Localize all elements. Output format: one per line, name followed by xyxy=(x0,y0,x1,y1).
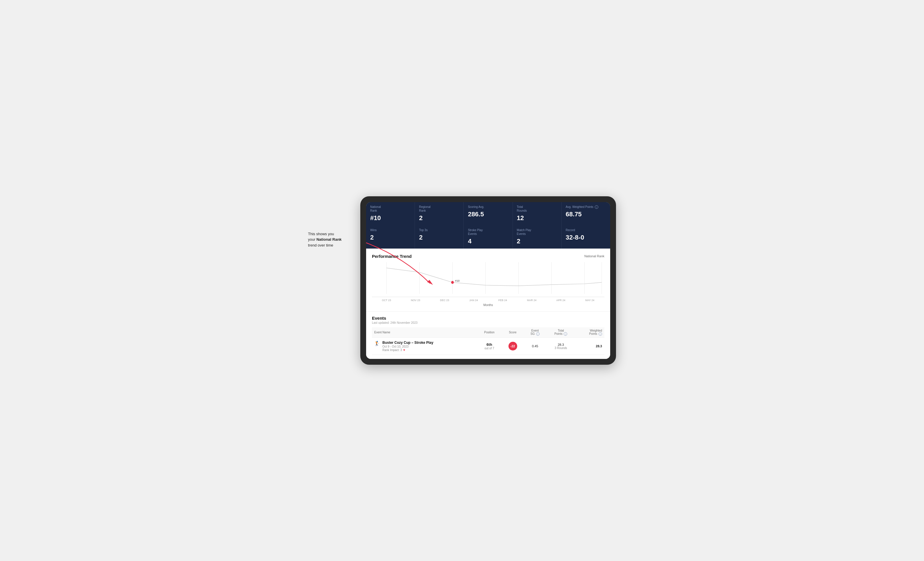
event-score-cell: -22 xyxy=(502,338,524,355)
month-nov23: NOV 23 xyxy=(401,299,430,302)
outer-wrapper: This shows you your National Rank trend … xyxy=(308,196,616,365)
col-score: Score xyxy=(502,327,524,338)
trend-title: Performance Trend xyxy=(372,254,412,259)
golf-icon: 🏌️ xyxy=(374,341,380,346)
month-feb24: FEB 24 xyxy=(488,299,517,302)
events-title: Events xyxy=(372,316,604,320)
col-event-name: Event Name xyxy=(372,327,477,338)
event-sg-value: 0.45 xyxy=(532,344,538,348)
month-may24: MAY 24 xyxy=(575,299,604,302)
chart-months: OCT 23 NOV 23 DEC 23 JAN 24 FEB 24 MAR 2… xyxy=(372,297,604,302)
stats-row-1: NationalRank #10 RegionalRank 2 Scoring … xyxy=(366,202,610,225)
table-row: 🏌️ Buster Cozy Cup – Stroke Play Oct 9 -… xyxy=(372,338,604,355)
annotation-line3: trend over time xyxy=(308,243,333,247)
total-rounds: 3 Rounds xyxy=(549,346,573,350)
month-apr24: APR 24 xyxy=(546,299,575,302)
event-sg-cell: 0.45 xyxy=(524,338,546,355)
stat-total-rounds: TotalRounds 12 xyxy=(513,202,561,225)
svg-text:#10: #10 xyxy=(455,279,459,282)
stat-scoring-avg: Scoring Avg. 286.5 xyxy=(464,202,512,225)
month-oct23: OCT 23 xyxy=(372,299,401,302)
weighted-points-cell: 28.3 xyxy=(575,338,604,355)
event-position-cell: 6th out of 7 xyxy=(477,338,502,355)
score-badge: -22 xyxy=(508,342,517,350)
stat-regional-rank: RegionalRank 2 xyxy=(415,202,464,225)
month-mar24: MAR 24 xyxy=(517,299,546,302)
col-weighted-points: WeightedPoints i xyxy=(575,327,604,338)
event-date: Oct 9 - Oct 10, 2023 xyxy=(382,345,433,348)
weighted-points-value: 28.3 xyxy=(596,344,602,348)
stat-match-play: Match PlayEvents 2 xyxy=(513,225,561,248)
position-value: 6th xyxy=(479,343,500,347)
month-jan24: JAN 24 xyxy=(459,299,488,302)
col-position: Position xyxy=(477,327,502,338)
stats-row-2: Wins 2 Top 3s 2 Stroke PlayEvents 4 Matc… xyxy=(366,225,610,248)
event-name-main: Buster Cozy Cup – Stroke Play xyxy=(382,341,433,345)
stat-wins: Wins 2 xyxy=(366,225,415,248)
info-icon-total-pts: i xyxy=(564,332,567,336)
stat-top3s: Top 3s 2 xyxy=(415,225,464,248)
tablet-screen: NationalRank #10 RegionalRank 2 Scoring … xyxy=(366,202,610,359)
annotation-line1: This shows you xyxy=(308,232,334,236)
trend-header: Performance Trend National Rank xyxy=(372,254,604,259)
svg-point-9 xyxy=(451,281,454,284)
col-total-points: TotalPoints i xyxy=(546,327,575,338)
stat-stroke-play: Stroke PlayEvents 4 xyxy=(464,225,512,248)
info-icon-weighted: i xyxy=(595,205,598,209)
performance-trend-section: Performance Trend National Rank xyxy=(366,248,610,311)
annotation-line2-plain: your xyxy=(308,237,316,242)
info-icon-wt-pts: i xyxy=(598,332,602,336)
trend-right-label: National Rank xyxy=(584,254,604,258)
info-icon-sg: i xyxy=(536,332,540,336)
stat-avg-weighted: Avg. Weighted Points i 68.75 xyxy=(562,202,610,225)
month-dec23: DEC 23 xyxy=(430,299,459,302)
rank-impact: Rank Impact: 3 ▼ xyxy=(382,349,433,352)
stat-national-rank: NationalRank #10 xyxy=(366,202,415,225)
events-table: Event Name Position Score EventSG i Tota… xyxy=(372,327,604,355)
chart-area: #10 xyxy=(372,262,604,297)
events-last-updated: Last updated: 24th November 2023 xyxy=(372,321,604,325)
chart-svg: #10 xyxy=(372,262,604,297)
total-points-value: 28.3 xyxy=(549,343,573,346)
events-section: Events Last updated: 24th November 2023 … xyxy=(366,311,610,359)
position-sub: out of 7 xyxy=(479,347,500,350)
stat-record: Record 32-8-0 xyxy=(562,225,610,248)
event-name-cell: 🏌️ Buster Cozy Cup – Stroke Play Oct 9 -… xyxy=(372,338,477,355)
annotation-line2-bold: National Rank xyxy=(316,237,342,242)
chart-x-title: Months xyxy=(372,304,604,307)
total-points-cell: 28.3 3 Rounds xyxy=(546,338,575,355)
annotation-block: This shows you your National Rank trend … xyxy=(308,231,366,248)
col-event-sg: EventSG i xyxy=(524,327,546,338)
tablet-frame: NationalRank #10 RegionalRank 2 Scoring … xyxy=(360,196,616,365)
events-table-header: Event Name Position Score EventSG i Tota… xyxy=(372,327,604,338)
